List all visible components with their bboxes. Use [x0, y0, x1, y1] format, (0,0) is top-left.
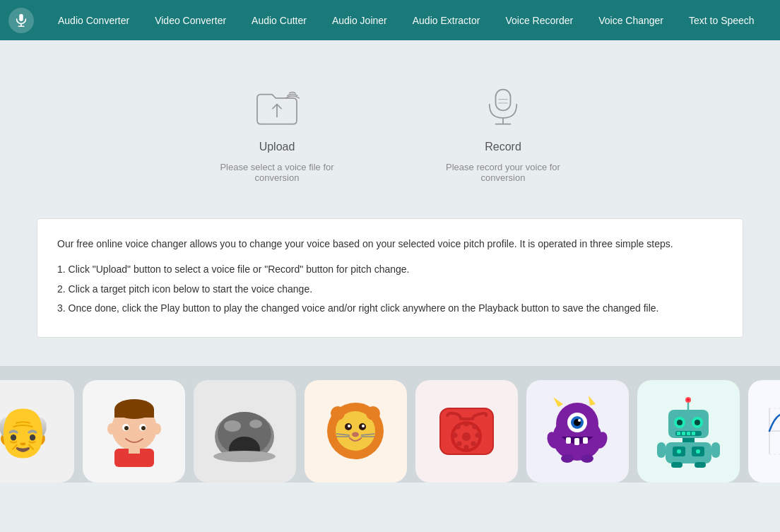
action-row: Upload Please select a voice file for co… [206, 83, 574, 183]
svg-point-66 [561, 454, 574, 463]
svg-point-50 [456, 425, 461, 430]
voice-profile-phone[interactable] [415, 380, 518, 483]
voice-profile-wave[interactable] [748, 380, 780, 483]
svg-rect-19 [129, 448, 140, 454]
voice-profile-boy[interactable] [83, 380, 185, 483]
nav-menu: Audio Converter Video Converter Audio Cu… [45, 0, 767, 40]
record-icon-wrap [475, 83, 531, 132]
svg-marker-55 [553, 397, 563, 407]
svg-rect-89 [671, 462, 682, 468]
voice-profile-cave[interactable] [194, 380, 296, 483]
nav-text-to-speech[interactable]: Text to Speech [676, 0, 767, 40]
voice-profile-monster[interactable] [526, 380, 629, 483]
site-logo[interactable] [8, 8, 34, 33]
svg-point-70 [687, 398, 690, 401]
nav-video-converter[interactable]: Video Converter [142, 0, 239, 40]
svg-rect-82 [666, 442, 711, 463]
cave-icon [208, 394, 282, 468]
svg-rect-81 [682, 438, 695, 442]
svg-point-74 [677, 420, 682, 425]
nav-voice-changer[interactable]: Voice Changer [586, 0, 676, 40]
upload-icon-wrap [249, 83, 305, 132]
info-box: Our free online voice changer allows you… [37, 218, 743, 338]
voice-profile-robot[interactable] [637, 380, 740, 483]
boy-icon [99, 396, 170, 467]
monster-icon [540, 394, 615, 468]
svg-rect-62 [574, 438, 579, 445]
svg-point-16 [124, 426, 129, 430]
lion-icon [319, 394, 393, 468]
record-action[interactable]: Record Please record your voice for conv… [432, 83, 574, 183]
voice-icons-row: 👴 [0, 380, 780, 483]
voice-profile-old-man[interactable]: 👴 [0, 380, 74, 483]
svg-point-43 [464, 422, 469, 427]
svg-rect-11 [114, 409, 154, 418]
microphone-icon [13, 13, 29, 28]
record-label: Record [485, 141, 521, 153]
svg-point-24 [249, 420, 262, 428]
info-step-2: 2. Click a target pitch icon below to st… [57, 281, 723, 298]
svg-point-46 [471, 442, 476, 447]
robot-icon [651, 394, 726, 468]
svg-rect-61 [566, 437, 571, 444]
svg-point-23 [224, 420, 241, 432]
svg-point-32 [348, 425, 350, 427]
info-intro: Our free online voice changer allows you… [57, 236, 723, 253]
svg-rect-88 [711, 442, 720, 458]
microphone-large-icon [478, 83, 528, 132]
old-man-icon: 👴 [0, 403, 53, 460]
svg-rect-80 [692, 432, 695, 435]
svg-point-49 [453, 433, 458, 438]
upload-label: Upload [259, 141, 295, 153]
nav-audio-extractor[interactable]: Audio Extractor [400, 0, 493, 40]
voice-profiles-strip: 👴 [0, 366, 780, 483]
svg-point-60 [578, 419, 581, 422]
svg-point-17 [141, 426, 146, 430]
nav-voice-recorder[interactable]: Voice Recorder [492, 0, 586, 40]
svg-point-13 [153, 423, 161, 435]
upload-action[interactable]: Upload Please select a voice file for co… [206, 83, 348, 183]
svg-point-85 [677, 449, 681, 454]
svg-point-29 [366, 406, 380, 420]
svg-point-25 [213, 451, 276, 462]
svg-rect-90 [695, 462, 706, 468]
svg-point-75 [695, 420, 700, 425]
info-step-3: 3. Once done, click the Play button to p… [57, 300, 723, 317]
svg-point-12 [107, 423, 116, 435]
svg-point-48 [457, 442, 462, 447]
svg-point-34 [352, 432, 359, 437]
svg-point-86 [696, 449, 700, 454]
wave-icon [762, 394, 780, 468]
voice-profile-lion[interactable] [305, 380, 407, 483]
svg-point-45 [475, 433, 480, 438]
nav-audio-joiner[interactable]: Audio Joiner [319, 0, 400, 40]
svg-rect-78 [682, 432, 685, 435]
svg-rect-4 [496, 90, 511, 111]
svg-point-51 [462, 432, 471, 441]
svg-point-47 [464, 445, 469, 450]
svg-rect-0 [19, 13, 23, 20]
svg-rect-63 [583, 437, 588, 444]
upload-icon [252, 83, 302, 132]
svg-rect-79 [687, 432, 690, 435]
info-steps: 1. Click "Upload" button to select a voi… [57, 261, 723, 317]
svg-marker-56 [589, 396, 596, 406]
svg-point-33 [362, 425, 365, 427]
svg-point-28 [331, 406, 345, 420]
nav-audio-cutter[interactable]: Audio Cutter [239, 0, 319, 40]
svg-point-67 [581, 454, 593, 463]
main-content: Upload Please select a voice file for co… [0, 40, 780, 366]
svg-rect-87 [657, 442, 666, 458]
navbar: Audio Converter Video Converter Audio Cu… [0, 0, 780, 40]
svg-rect-77 [677, 432, 680, 435]
svg-point-44 [473, 425, 478, 430]
phone-icon [430, 394, 504, 468]
record-desc: Please record your voice for conversion [432, 162, 574, 183]
nav-audio-converter[interactable]: Audio Converter [45, 0, 142, 40]
upload-desc: Please select a voice file for conversio… [206, 162, 348, 183]
info-step-1: 1. Click "Upload" button to select a voi… [57, 261, 723, 278]
